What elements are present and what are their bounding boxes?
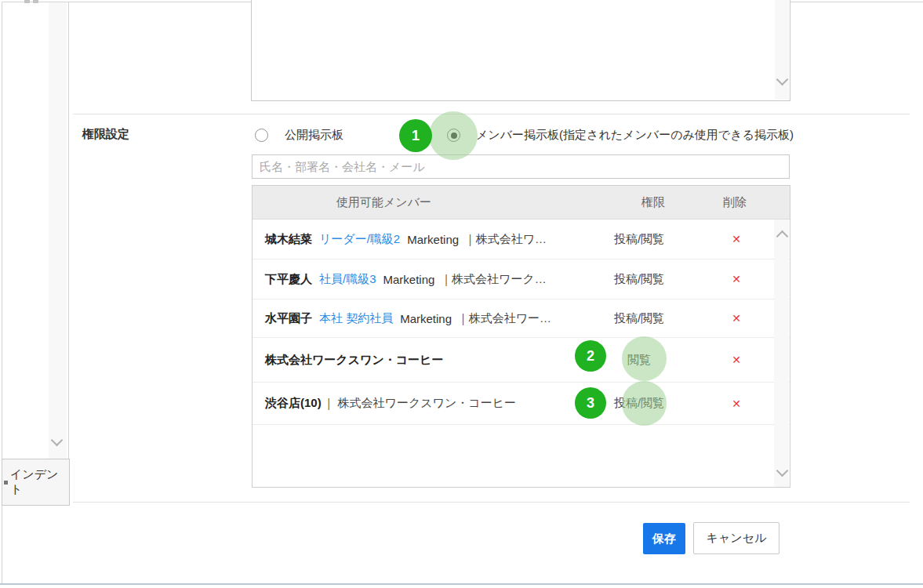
footer-divider bbox=[73, 502, 910, 503]
description-textarea[interactable] bbox=[251, 0, 790, 101]
member-name: 株式会社ワークスワン・コーヒー bbox=[265, 353, 443, 368]
header-permission: 権限 bbox=[618, 186, 689, 219]
member-department: Marketing bbox=[407, 233, 459, 246]
header-delete: 削除 bbox=[711, 186, 758, 219]
list-scrollbar-track[interactable] bbox=[774, 220, 789, 487]
permission-dropdown[interactable]: 投稿/閲覧 bbox=[604, 220, 674, 259]
delete-button[interactable]: ✕ bbox=[713, 260, 760, 299]
delete-button[interactable]: ✕ bbox=[713, 383, 760, 424]
member-company: ｜株式会社ワ… bbox=[464, 232, 547, 247]
table-row: 城木結菜 リーダー/職級2 Marketing ｜株式会社ワ… 投稿/閲覧 ✕ bbox=[253, 220, 790, 260]
member-search-input[interactable] bbox=[252, 154, 790, 179]
page-bottom-edge bbox=[0, 583, 923, 585]
delete-button[interactable]: ✕ bbox=[713, 338, 760, 382]
member-board-radio-label[interactable]: メンバー掲示板(指定されたメンバーのみ使用できる掲示板) bbox=[476, 128, 794, 143]
editor-menu-item-indent[interactable]: インデント bbox=[2, 459, 70, 506]
permission-dropdown[interactable]: 投稿/閲覧 bbox=[604, 299, 674, 337]
delete-button[interactable]: ✕ bbox=[713, 299, 760, 337]
annotation-badge-3: 3 bbox=[575, 387, 606, 419]
member-name: 下平慶人 bbox=[265, 272, 312, 287]
member-name: 城木結菜 bbox=[265, 232, 312, 247]
public-board-radio[interactable] bbox=[255, 129, 268, 142]
header-usable-members: 使用可能メンバー bbox=[336, 186, 431, 219]
permission-value: 投稿/閲覧 bbox=[614, 272, 664, 287]
page-top-border bbox=[790, 2, 923, 2]
page-top-border bbox=[2, 2, 251, 2]
chevron-down-icon[interactable] bbox=[776, 465, 789, 477]
permission-settings-label: 権限設定 bbox=[82, 127, 129, 142]
member-company: ｜ 株式会社ワークスワン・コーヒー bbox=[323, 396, 516, 411]
cropped-toolbar-icon bbox=[24, 0, 30, 3]
member-permission-table: 使用可能メンバー 権限 削除 城木結菜 リーダー/職級2 Marketing ｜… bbox=[252, 185, 790, 488]
textarea-scrollbar-track[interactable] bbox=[775, 0, 789, 100]
table-row: 下平慶人 社員/職級3 Marketing ｜株式会社ワーク… 投稿/閲覧 ✕ bbox=[253, 260, 790, 299]
permission-value: 投稿/閲覧 bbox=[614, 396, 664, 411]
annotation-badge-2: 2 bbox=[575, 340, 606, 372]
permission-value: 投稿/閲覧 bbox=[614, 311, 664, 326]
section-divider bbox=[73, 114, 910, 114]
table-row: 渋谷店(10) ｜ 株式会社ワークスワン・コーヒー 投稿/閲覧 ✕ bbox=[253, 383, 790, 425]
permission-value: 投稿/閲覧 bbox=[614, 232, 664, 247]
cropped-toolbar-icon bbox=[33, 0, 38, 3]
member-role-link[interactable]: 社員/職級3 bbox=[319, 272, 376, 287]
indent-label: インデント bbox=[10, 467, 69, 497]
left-panel-divider bbox=[68, 2, 69, 459]
member-role-link[interactable]: 本社 契約社員 bbox=[319, 311, 393, 326]
public-board-radio-label[interactable]: 公開掲示板 bbox=[285, 128, 343, 143]
member-board-radio[interactable] bbox=[447, 129, 460, 142]
table-header-row: 使用可能メンバー 権限 削除 bbox=[253, 186, 790, 220]
chevron-down-icon[interactable] bbox=[776, 74, 789, 86]
left-scrollbar-track[interactable] bbox=[49, 2, 67, 459]
cancel-button[interactable]: キャンセル bbox=[693, 522, 779, 554]
member-company: ｜株式会社ワーク… bbox=[440, 272, 546, 287]
member-role-link[interactable]: リーダー/職級2 bbox=[319, 232, 400, 247]
permission-value: 閲覧 bbox=[627, 353, 651, 368]
member-name: 水平園子 bbox=[265, 311, 312, 326]
member-company: ｜株式会社ワー… bbox=[457, 311, 551, 326]
delete-button[interactable]: ✕ bbox=[713, 220, 760, 259]
bullet-icon bbox=[4, 481, 8, 485]
permission-dropdown[interactable]: 投稿/閲覧 bbox=[604, 260, 674, 299]
member-name: 渋谷店(10) bbox=[265, 396, 322, 411]
member-department: Marketing bbox=[400, 312, 452, 325]
chevron-up-icon[interactable] bbox=[776, 230, 789, 243]
permission-dropdown[interactable]: 閲覧 bbox=[604, 338, 674, 382]
table-row: 株式会社ワークスワン・コーヒー 閲覧 ✕ bbox=[253, 338, 790, 383]
permission-dropdown[interactable]: 投稿/閲覧 bbox=[604, 383, 674, 424]
save-button[interactable]: 保存 bbox=[643, 523, 685, 554]
member-department: Marketing bbox=[383, 273, 435, 286]
annotation-badge-1: 1 bbox=[399, 119, 432, 152]
table-row: 水平園子 本社 契約社員 Marketing ｜株式会社ワー… 投稿/閲覧 ✕ bbox=[253, 299, 790, 338]
